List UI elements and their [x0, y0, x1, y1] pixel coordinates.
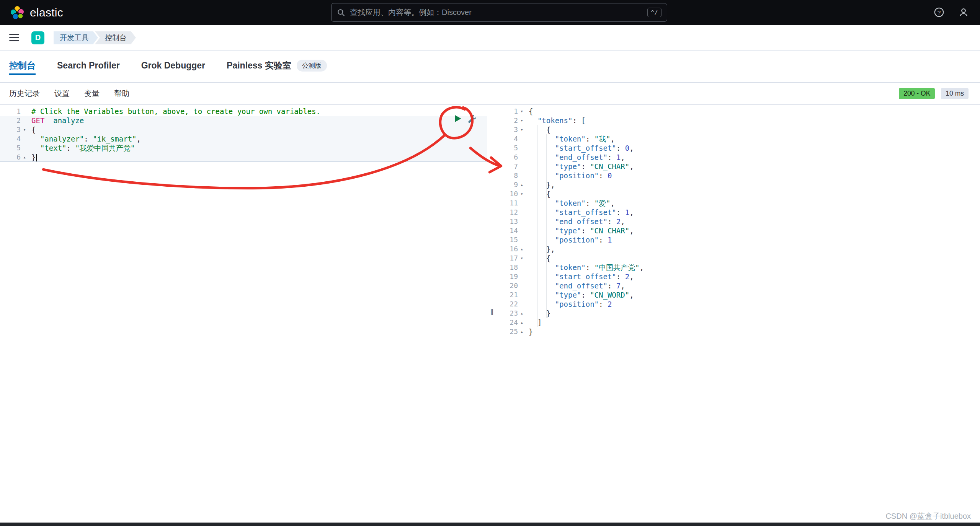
help-button[interactable]: 帮助	[114, 88, 129, 99]
request-editor[interactable]: 1# Click the Variables button, above, to…	[0, 105, 487, 162]
code-line[interactable]: 1# Click the Variables button, above, to…	[0, 107, 487, 116]
tab-label: Grok Debugger	[141, 60, 205, 71]
line-number: 23	[497, 309, 518, 318]
fold-toggle-icon[interactable]: ▾	[518, 107, 525, 116]
code-line[interactable]: 14 "type": "CN_CHAR",	[497, 226, 980, 235]
fold-spacer	[518, 272, 525, 281]
code-line[interactable]: 8 "position": 0	[497, 171, 980, 180]
fold-toggle-icon[interactable]: ▾	[518, 189, 525, 199]
code-text: "type": "CN_CHAR",	[529, 162, 634, 171]
global-search-input[interactable]	[350, 8, 643, 17]
code-line[interactable]: 21 "type": "CN_WORD",	[497, 290, 980, 300]
line-number: 9	[497, 180, 518, 189]
send-request-button[interactable]	[453, 114, 462, 123]
fold-spacer	[21, 116, 28, 125]
settings-button[interactable]: 设置	[54, 88, 70, 99]
code-line[interactable]: 2GET _analyze	[0, 116, 487, 125]
line-number: 18	[497, 263, 518, 272]
code-line[interactable]: 23▴ }	[497, 309, 980, 318]
wrench-icon[interactable]	[468, 114, 477, 123]
tab-grok-debugger[interactable]: Grok Debugger	[141, 57, 205, 75]
tab-painless-lab[interactable]: Painless 实验室 公测版	[227, 57, 327, 75]
svg-text:?: ?	[938, 9, 941, 16]
code-line[interactable]: 15 "position": 1	[497, 235, 980, 244]
code-line[interactable]: 17▾ {	[497, 254, 980, 263]
tab-search-profiler[interactable]: Search Profiler	[57, 57, 120, 75]
breadcrumb-console[interactable]: 控制台	[95, 31, 136, 44]
space-avatar[interactable]: D	[31, 31, 44, 44]
code-line[interactable]: 11 "token": "爱",	[497, 199, 980, 208]
code-text: "start_offset": 0,	[529, 143, 634, 153]
code-line[interactable]: 6 "end_offset": 1,	[497, 153, 980, 162]
code-line[interactable]: 5 "text": "我爱中国共产党"	[0, 143, 487, 153]
line-number: 21	[497, 290, 518, 300]
response-pane[interactable]: 1▾{2▾ "tokens": [3▾ {4 "token": "我",5 "s…	[497, 105, 980, 520]
fold-spacer	[518, 143, 525, 153]
history-button[interactable]: 历史记录	[9, 88, 40, 99]
code-text: {	[529, 189, 550, 199]
fold-toggle-icon[interactable]: ▾	[518, 125, 525, 134]
line-number: 4	[497, 134, 518, 143]
code-line[interactable]: 22 "position": 2	[497, 300, 980, 309]
brand-name: elastic	[30, 6, 63, 19]
code-line[interactable]: 24▴ ]	[497, 318, 980, 327]
code-text: "tokens": [	[529, 116, 586, 125]
code-line[interactable]: 19 "start_offset": 2,	[497, 272, 980, 281]
fold-spacer	[518, 153, 525, 162]
help-icon[interactable]: ?	[933, 6, 946, 19]
breadcrumb-dev-tools[interactable]: 开发工具	[54, 31, 98, 44]
fold-toggle-icon[interactable]: ▾	[518, 254, 525, 263]
line-number: 19	[497, 272, 518, 281]
code-text: "end_offset": 2,	[529, 217, 625, 226]
variables-button[interactable]: 变量	[84, 88, 100, 99]
user-menu-icon[interactable]	[957, 6, 970, 19]
fold-toggle-icon[interactable]: ▴	[518, 318, 525, 327]
code-line[interactable]: 20 "end_offset": 7,	[497, 281, 980, 290]
code-text: }	[31, 153, 37, 162]
code-text: {	[31, 125, 36, 134]
fold-spacer	[21, 143, 28, 153]
global-search[interactable]: ^/	[331, 3, 667, 22]
code-line[interactable]: 1▾{	[497, 107, 980, 116]
tab-console[interactable]: 控制台	[9, 57, 36, 75]
code-text: "type": "CN_WORD",	[529, 290, 634, 300]
response-editor[interactable]: 1▾{2▾ "tokens": [3▾ {4 "token": "我",5 "s…	[497, 105, 980, 336]
menu-button[interactable]	[9, 30, 24, 46]
elastic-home-link[interactable]: elastic	[10, 5, 63, 20]
code-line[interactable]: 18 "token": "中国共产党",	[497, 263, 980, 272]
code-line[interactable]: 4 "token": "我",	[497, 134, 980, 143]
pane-resizer[interactable]: ‖	[487, 105, 497, 520]
fold-spacer	[518, 226, 525, 235]
fold-toggle-icon[interactable]: ▴	[518, 244, 525, 254]
fold-spacer	[518, 171, 525, 180]
code-line[interactable]: 3▾{	[0, 125, 487, 134]
code-line[interactable]: 9▴ },	[497, 180, 980, 189]
tab-label: 控制台	[9, 60, 36, 72]
code-line[interactable]: 12 "start_offset": 1,	[497, 208, 980, 217]
request-pane[interactable]: 1# Click the Variables button, above, to…	[0, 105, 487, 520]
fold-toggle-icon[interactable]: ▴	[21, 153, 28, 162]
line-number: 1	[0, 107, 21, 116]
line-number: 16	[497, 244, 518, 254]
fold-toggle-icon[interactable]: ▾	[21, 125, 28, 134]
fold-toggle-icon[interactable]: ▴	[518, 327, 525, 336]
search-shortcut-hint: ^/	[647, 8, 662, 17]
code-line[interactable]: 25▴}	[497, 327, 980, 336]
console-split: 1# Click the Variables button, above, to…	[0, 105, 980, 520]
code-line[interactable]: 7 "type": "CN_CHAR",	[497, 162, 980, 171]
fold-toggle-icon[interactable]: ▴	[518, 180, 525, 189]
fold-toggle-icon[interactable]: ▾	[518, 116, 525, 125]
code-line[interactable]: 16▴ },	[497, 244, 980, 254]
line-number: 3	[0, 125, 21, 134]
fold-toggle-icon[interactable]: ▴	[518, 309, 525, 318]
code-line[interactable]: 5 "start_offset": 0,	[497, 143, 980, 153]
code-line[interactable]: 4 "analyzer": "ik_smart",	[0, 134, 487, 143]
code-line[interactable]: 2▾ "tokens": [	[497, 116, 980, 125]
line-number: 20	[497, 281, 518, 290]
code-line[interactable]: 6▴}	[0, 153, 487, 162]
fold-spacer	[518, 162, 525, 171]
code-line[interactable]: 13 "end_offset": 2,	[497, 217, 980, 226]
code-line[interactable]: 10▾ {	[497, 189, 980, 199]
code-line[interactable]: 3▾ {	[497, 125, 980, 134]
beta-badge: 公测版	[297, 60, 327, 72]
